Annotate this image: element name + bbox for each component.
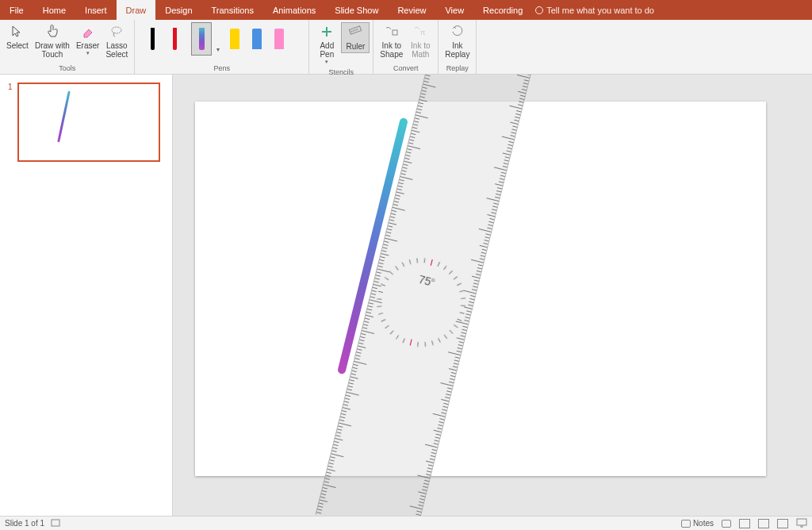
ribbon-group-pens: ▾ Pens: [135, 20, 309, 74]
slide-thumbnail-1[interactable]: [17, 83, 160, 162]
view-slideshow-button[interactable]: [796, 518, 807, 529]
lasso-button[interactable]: Lasso Select: [102, 22, 131, 60]
menu-animations[interactable]: Animations: [263, 0, 325, 20]
menu-transitions[interactable]: Transitions: [202, 0, 263, 20]
view-reading-button[interactable]: [777, 519, 788, 528]
tell-me-label: Tell me what you want to do: [546, 6, 654, 15]
select-button[interactable]: Select: [3, 22, 32, 52]
menu-file[interactable]: File: [0, 0, 33, 20]
thumb-ink-preview: [57, 90, 71, 142]
menu-home[interactable]: Home: [33, 0, 75, 20]
ruler-icon: [347, 25, 363, 40]
pen-black[interactable]: [142, 22, 163, 56]
cursor-icon: [10, 24, 25, 40]
ribbon: Select Draw with Touch Eraser ▾ Lasso Se…: [0, 20, 812, 75]
ribbon-group-stencils: Add Pen ▾ Ruler Stencils: [309, 20, 373, 74]
group-label-tools: Tools: [0, 63, 134, 74]
comments-icon[interactable]: [722, 520, 731, 528]
ink-to-math-button[interactable]: π Ink to Math: [406, 22, 435, 60]
menu-slideshow[interactable]: Slide Show: [325, 0, 388, 20]
menu-recording[interactable]: Recording: [473, 0, 532, 20]
eraser-icon: [80, 24, 96, 40]
ribbon-group-replay: Ink Replay Replay: [439, 20, 477, 74]
thumb-number: 1: [8, 83, 13, 162]
plus-icon: [319, 24, 335, 40]
pen-dropdown[interactable]: ▾: [213, 22, 224, 56]
ink-math-icon: π: [412, 24, 428, 40]
main-area: 1 75o: [0, 75, 812, 516]
eraser-button[interactable]: Eraser ▾: [73, 22, 102, 58]
menu-review[interactable]: Review: [388, 0, 435, 20]
angle-dial: 75o: [400, 254, 454, 308]
menu-view[interactable]: View: [435, 0, 473, 20]
ribbon-group-tools: Select Draw with Touch Eraser ▾ Lasso Se…: [0, 20, 135, 74]
highlighter-pink[interactable]: [269, 22, 289, 56]
menu-insert[interactable]: Insert: [75, 0, 117, 20]
notes-button[interactable]: Notes: [681, 519, 714, 528]
ink-shape-icon: [384, 24, 400, 40]
slide-thumbnails-panel: 1: [0, 75, 173, 516]
slide-canvas-area[interactable]: 75o: [173, 75, 812, 516]
svg-rect-4: [52, 520, 59, 526]
replay-icon: [450, 24, 465, 40]
ruler-button[interactable]: Ruler: [341, 22, 370, 53]
add-pen-button[interactable]: Add Pen ▾: [312, 22, 341, 67]
draw-touch-button[interactable]: Draw with Touch: [32, 22, 73, 60]
spellcheck-icon[interactable]: [51, 518, 60, 529]
group-label-convert: Convert: [373, 63, 438, 74]
pen-red[interactable]: [164, 22, 185, 56]
svg-rect-1: [350, 26, 362, 34]
pen-rainbow[interactable]: [191, 22, 212, 56]
svg-text:π: π: [420, 29, 425, 36]
ribbon-group-convert: Ink to Shape π Ink to Math Convert: [373, 20, 439, 74]
highlighter-blue[interactable]: [247, 22, 267, 56]
group-label-replay: Replay: [439, 63, 476, 74]
group-label-pens: Pens: [135, 63, 308, 74]
ink-to-shape-button[interactable]: Ink to Shape: [377, 22, 406, 60]
svg-rect-5: [797, 519, 806, 525]
angle-value: 75o: [417, 273, 435, 289]
menu-draw[interactable]: Draw: [117, 0, 156, 20]
lasso-icon: [109, 24, 124, 40]
svg-rect-2: [393, 30, 397, 35]
highlighter-yellow[interactable]: [224, 22, 245, 56]
tell-me-search[interactable]: Tell me what you want to do: [535, 6, 654, 15]
notes-icon: [681, 520, 691, 528]
menu-design[interactable]: Design: [155, 0, 201, 20]
view-sorter-button[interactable]: [758, 519, 769, 528]
view-normal-button[interactable]: [739, 519, 750, 528]
menu-bar: File Home Insert Draw Design Transitions…: [0, 0, 812, 20]
ink-replay-button[interactable]: Ink Replay: [442, 22, 473, 60]
status-bar: Slide 1 of 1 Notes: [0, 516, 812, 530]
svg-point-0: [112, 27, 121, 33]
touch-icon: [44, 24, 60, 40]
slide-counter: Slide 1 of 1: [5, 519, 44, 528]
bulb-icon: [535, 6, 543, 14]
